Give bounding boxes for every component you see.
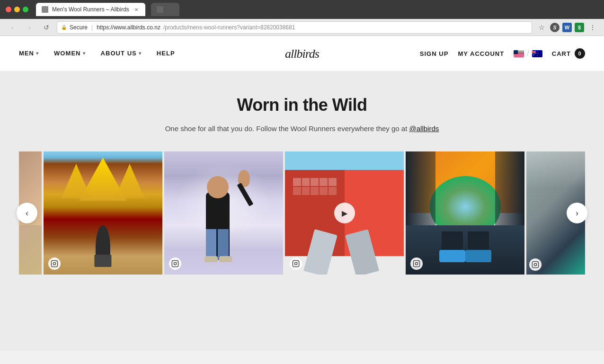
men-chevron-icon: ▾ bbox=[36, 51, 39, 56]
nav-women[interactable]: WOMEN ▾ bbox=[54, 50, 86, 58]
svg-point-5 bbox=[177, 262, 177, 262]
close-window-button[interactable] bbox=[6, 7, 11, 12]
gallery-next-button[interactable]: › bbox=[567, 203, 587, 223]
tab-title: Men's Wool Runners – Allbirds bbox=[52, 6, 129, 13]
gallery-item-buildings[interactable]: ▶ bbox=[285, 151, 404, 275]
svg-point-13 bbox=[534, 263, 537, 266]
cart-count-badge: 0 bbox=[575, 48, 585, 59]
svg-point-11 bbox=[418, 262, 418, 262]
instagram-badge-2 bbox=[169, 257, 181, 270]
instagram-badge-3 bbox=[290, 257, 302, 270]
us-flag-icon[interactable] bbox=[514, 50, 524, 57]
site-logo[interactable]: allbirds bbox=[285, 46, 319, 61]
section-subtitle: One shoe for all that you do. Follow the… bbox=[19, 124, 585, 133]
nav-men[interactable]: MEN ▾ bbox=[19, 50, 39, 58]
play-button[interactable]: ▶ bbox=[334, 203, 355, 223]
bottom-area bbox=[0, 293, 604, 350]
about-chevron-icon: ▾ bbox=[139, 51, 142, 56]
extensions-icon[interactable]: S bbox=[550, 23, 560, 32]
cart-button[interactable]: CART 0 bbox=[552, 48, 585, 59]
forward-button[interactable]: › bbox=[23, 21, 36, 34]
maximize-window-button[interactable] bbox=[23, 7, 28, 12]
svg-point-8 bbox=[297, 262, 298, 262]
url-base: https://www.allbirds.co.nz bbox=[97, 24, 160, 31]
svg-rect-9 bbox=[414, 260, 420, 266]
nav-left-items: MEN ▾ WOMEN ▾ ABOUT US ▾ HELP bbox=[19, 50, 175, 58]
gallery-prev-button[interactable]: ‹ bbox=[17, 203, 37, 223]
gallery-wrapper: ‹ bbox=[19, 151, 585, 275]
tab-close-button[interactable]: ✕ bbox=[133, 6, 140, 13]
arrow-left-icon: ‹ bbox=[26, 208, 28, 218]
section-title: Worn in the Wild bbox=[19, 95, 585, 115]
url-bar[interactable]: 🔒 Secure | https://www.allbirds.co.nz /p… bbox=[57, 21, 532, 34]
nav-right-items: SIGN UP MY ACCOUNT / CART 0 bbox=[420, 48, 585, 59]
active-browser-tab[interactable]: Men's Wool Runners – Allbirds ✕ bbox=[36, 3, 145, 16]
women-chevron-icon: ▾ bbox=[83, 51, 86, 56]
bookmark-icon[interactable]: ☆ bbox=[536, 22, 547, 33]
cart-label: CART bbox=[552, 50, 571, 57]
au-flag-icon[interactable] bbox=[532, 50, 542, 57]
sheets-extension-icon[interactable]: $ bbox=[575, 23, 584, 32]
nav-account[interactable]: MY ACCOUNT bbox=[458, 50, 504, 57]
svg-rect-6 bbox=[293, 260, 299, 266]
instagram-link[interactable]: @allbirds bbox=[409, 124, 439, 133]
svg-point-14 bbox=[537, 263, 537, 263]
window-controls bbox=[6, 7, 28, 12]
subtitle-text: One shoe for all that you do. Follow the… bbox=[165, 124, 408, 133]
nav-signup[interactable]: SIGN UP bbox=[420, 50, 449, 57]
toolbar-icons: ☆ S W $ ⋮ bbox=[536, 22, 598, 33]
gallery-item-tent[interactable] bbox=[406, 151, 524, 275]
main-section: Worn in the Wild One shoe for all that y… bbox=[0, 71, 604, 293]
svg-point-2 bbox=[56, 262, 56, 262]
svg-point-7 bbox=[294, 262, 297, 265]
inactive-browser-tab[interactable] bbox=[151, 3, 179, 16]
svg-point-4 bbox=[174, 262, 176, 265]
flag-divider: / bbox=[527, 49, 529, 58]
tab-favicon bbox=[42, 6, 48, 13]
instagram-badge-1 bbox=[48, 257, 61, 270]
gallery-item-thai-temple[interactable] bbox=[44, 151, 162, 275]
browser-chrome: Men's Wool Runners – Allbirds ✕ bbox=[0, 0, 604, 19]
more-options-icon[interactable]: ⋮ bbox=[587, 22, 598, 33]
page-content: MEN ▾ WOMEN ▾ ABOUT US ▾ HELP allbirds S… bbox=[0, 36, 604, 350]
secure-lock-icon: 🔒 bbox=[61, 25, 67, 30]
nav-about[interactable]: ABOUT US ▾ bbox=[101, 50, 142, 58]
url-secure-label: Secure bbox=[70, 24, 88, 31]
svg-rect-0 bbox=[51, 260, 57, 266]
url-separator: | bbox=[91, 24, 93, 31]
svg-point-1 bbox=[53, 262, 55, 265]
svg-point-10 bbox=[416, 262, 418, 265]
play-icon: ▶ bbox=[342, 209, 347, 218]
inactive-tab-favicon bbox=[157, 6, 163, 13]
browser-toolbar: ‹ › ↺ 🔒 Secure | https://www.allbirds.co… bbox=[0, 19, 604, 36]
nav-help[interactable]: HELP bbox=[157, 50, 175, 58]
gallery-container: ▶ bbox=[19, 151, 585, 275]
svg-rect-3 bbox=[172, 260, 178, 266]
word-extension-icon[interactable]: W bbox=[562, 23, 572, 32]
gallery-item-man-baby[interactable] bbox=[164, 151, 283, 275]
back-button[interactable]: ‹ bbox=[6, 21, 19, 34]
url-path: /products/mens-wool-runners?variant=8282… bbox=[163, 24, 295, 31]
main-navigation: MEN ▾ WOMEN ▾ ABOUT US ▾ HELP allbirds S… bbox=[0, 36, 604, 71]
svg-rect-12 bbox=[533, 261, 539, 267]
flag-group: / bbox=[514, 49, 542, 58]
minimize-window-button[interactable] bbox=[14, 7, 20, 12]
reload-button[interactable]: ↺ bbox=[40, 21, 53, 34]
arrow-right-icon: › bbox=[576, 208, 578, 218]
